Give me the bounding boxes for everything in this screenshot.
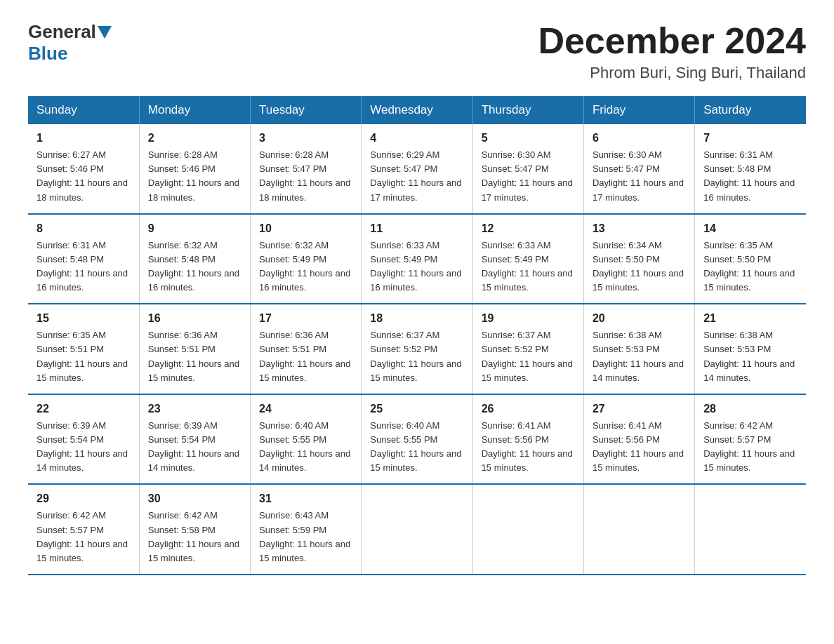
day-info: Sunrise: 6:36 AMSunset: 5:51 PMDaylight:… (148, 328, 241, 385)
calendar-cell: 17Sunrise: 6:36 AMSunset: 5:51 PMDayligh… (251, 304, 362, 394)
weekday-header-wednesday: Wednesday (362, 96, 472, 124)
day-number: 13 (593, 220, 686, 237)
day-info: Sunrise: 6:42 AMSunset: 5:57 PMDaylight:… (703, 419, 797, 476)
day-number: 29 (37, 490, 131, 507)
day-number: 27 (593, 401, 686, 417)
day-info: Sunrise: 6:38 AMSunset: 5:53 PMDaylight:… (703, 328, 797, 385)
day-info: Sunrise: 6:29 AMSunset: 5:47 PMDaylight:… (370, 148, 463, 205)
logo: General Blue (28, 21, 113, 65)
month-year-title: December 2024 (538, 21, 806, 61)
day-info: Sunrise: 6:37 AMSunset: 5:52 PMDaylight:… (482, 328, 575, 385)
calendar-cell: 14Sunrise: 6:35 AMSunset: 5:50 PMDayligh… (695, 214, 806, 304)
day-number: 30 (148, 490, 241, 507)
day-number: 2 (148, 130, 241, 147)
logo-blue-text: Blue (28, 43, 67, 65)
day-number: 4 (370, 130, 463, 147)
day-info: Sunrise: 6:27 AMSunset: 5:46 PMDaylight:… (37, 148, 131, 205)
day-number: 5 (482, 130, 575, 147)
day-info: Sunrise: 6:30 AMSunset: 5:47 PMDaylight:… (593, 148, 686, 205)
calendar-cell: 5Sunrise: 6:30 AMSunset: 5:47 PMDaylight… (472, 124, 583, 214)
day-info: Sunrise: 6:37 AMSunset: 5:52 PMDaylight:… (370, 328, 463, 385)
calendar-cell: 11Sunrise: 6:33 AMSunset: 5:49 PMDayligh… (362, 214, 472, 304)
day-info: Sunrise: 6:41 AMSunset: 5:56 PMDaylight:… (482, 419, 575, 476)
calendar-week-row: 22Sunrise: 6:39 AMSunset: 5:54 PMDayligh… (28, 394, 806, 485)
day-number: 14 (703, 220, 797, 237)
calendar-cell: 29Sunrise: 6:42 AMSunset: 5:57 PMDayligh… (28, 484, 139, 575)
calendar-week-row: 15Sunrise: 6:35 AMSunset: 5:51 PMDayligh… (28, 304, 806, 394)
calendar-cell: 31Sunrise: 6:43 AMSunset: 5:59 PMDayligh… (251, 484, 362, 575)
day-info: Sunrise: 6:35 AMSunset: 5:50 PMDaylight:… (703, 239, 797, 295)
calendar-cell: 13Sunrise: 6:34 AMSunset: 5:50 PMDayligh… (583, 214, 694, 304)
calendar-cell: 4Sunrise: 6:29 AMSunset: 5:47 PMDaylight… (362, 124, 472, 214)
day-number: 8 (37, 220, 131, 237)
calendar-cell: 21Sunrise: 6:38 AMSunset: 5:53 PMDayligh… (695, 304, 806, 394)
weekday-header-saturday: Saturday (695, 96, 806, 124)
day-info: Sunrise: 6:32 AMSunset: 5:49 PMDaylight:… (259, 239, 352, 295)
day-info: Sunrise: 6:33 AMSunset: 5:49 PMDaylight:… (482, 239, 575, 295)
calendar-cell: 8Sunrise: 6:31 AMSunset: 5:48 PMDaylight… (28, 214, 139, 304)
calendar-week-row: 29Sunrise: 6:42 AMSunset: 5:57 PMDayligh… (28, 484, 806, 575)
day-info: Sunrise: 6:39 AMSunset: 5:54 PMDaylight:… (37, 419, 131, 476)
day-info: Sunrise: 6:42 AMSunset: 5:57 PMDaylight:… (37, 509, 131, 565)
calendar-cell: 1Sunrise: 6:27 AMSunset: 5:46 PMDaylight… (28, 124, 139, 214)
day-number: 21 (703, 310, 797, 327)
day-number: 19 (482, 310, 575, 327)
day-number: 25 (370, 401, 463, 417)
day-number: 26 (482, 401, 575, 417)
calendar-week-row: 8Sunrise: 6:31 AMSunset: 5:48 PMDaylight… (28, 214, 806, 304)
calendar-cell: 18Sunrise: 6:37 AMSunset: 5:52 PMDayligh… (362, 304, 472, 394)
day-info: Sunrise: 6:31 AMSunset: 5:48 PMDaylight:… (703, 148, 797, 205)
day-info: Sunrise: 6:43 AMSunset: 5:59 PMDaylight:… (259, 509, 352, 565)
weekday-header-sunday: Sunday (28, 96, 139, 124)
calendar-cell: 28Sunrise: 6:42 AMSunset: 5:57 PMDayligh… (695, 394, 806, 485)
calendar-cell: 20Sunrise: 6:38 AMSunset: 5:53 PMDayligh… (583, 304, 694, 394)
day-number: 6 (593, 130, 686, 147)
day-number: 23 (148, 401, 241, 417)
calendar-cell: 30Sunrise: 6:42 AMSunset: 5:58 PMDayligh… (139, 484, 250, 575)
calendar-cell (362, 484, 472, 575)
day-number: 7 (703, 130, 797, 147)
day-number: 3 (259, 130, 352, 147)
calendar-cell (695, 484, 806, 575)
weekday-header-thursday: Thursday (472, 96, 583, 124)
calendar-cell: 3Sunrise: 6:28 AMSunset: 5:47 PMDaylight… (251, 124, 362, 214)
day-info: Sunrise: 6:38 AMSunset: 5:53 PMDaylight:… (593, 328, 686, 385)
day-number: 24 (259, 401, 352, 417)
calendar-cell: 6Sunrise: 6:30 AMSunset: 5:47 PMDaylight… (583, 124, 694, 214)
day-info: Sunrise: 6:31 AMSunset: 5:48 PMDaylight:… (37, 239, 131, 295)
day-number: 10 (259, 220, 352, 237)
day-number: 16 (148, 310, 241, 327)
calendar-cell (583, 484, 694, 575)
calendar-cell: 22Sunrise: 6:39 AMSunset: 5:54 PMDayligh… (28, 394, 139, 485)
day-number: 20 (593, 310, 686, 327)
day-number: 22 (37, 401, 131, 417)
logo-general-text: General (28, 21, 96, 43)
calendar-cell: 10Sunrise: 6:32 AMSunset: 5:49 PMDayligh… (251, 214, 362, 304)
location-subtitle: Phrom Buri, Sing Buri, Thailand (538, 64, 806, 82)
day-info: Sunrise: 6:35 AMSunset: 5:51 PMDaylight:… (37, 328, 131, 385)
day-number: 11 (370, 220, 463, 237)
calendar-cell: 24Sunrise: 6:40 AMSunset: 5:55 PMDayligh… (251, 394, 362, 485)
day-info: Sunrise: 6:40 AMSunset: 5:55 PMDaylight:… (370, 419, 463, 476)
calendar-cell: 9Sunrise: 6:32 AMSunset: 5:48 PMDaylight… (139, 214, 250, 304)
weekday-header-monday: Monday (139, 96, 250, 124)
day-info: Sunrise: 6:42 AMSunset: 5:58 PMDaylight:… (148, 509, 241, 565)
calendar-cell: 19Sunrise: 6:37 AMSunset: 5:52 PMDayligh… (472, 304, 583, 394)
title-area: December 2024 Phrom Buri, Sing Buri, Tha… (538, 21, 806, 82)
day-number: 31 (259, 490, 352, 507)
day-number: 17 (259, 310, 352, 327)
calendar-table: SundayMondayTuesdayWednesdayThursdayFrid… (28, 96, 806, 575)
calendar-cell: 27Sunrise: 6:41 AMSunset: 5:56 PMDayligh… (583, 394, 694, 485)
day-info: Sunrise: 6:32 AMSunset: 5:48 PMDaylight:… (148, 239, 241, 295)
calendar-cell: 2Sunrise: 6:28 AMSunset: 5:46 PMDaylight… (139, 124, 250, 214)
day-number: 28 (703, 401, 797, 417)
weekday-header-row: SundayMondayTuesdayWednesdayThursdayFrid… (28, 96, 806, 124)
weekday-header-friday: Friday (583, 96, 694, 124)
calendar-cell: 15Sunrise: 6:35 AMSunset: 5:51 PMDayligh… (28, 304, 139, 394)
calendar-cell: 23Sunrise: 6:39 AMSunset: 5:54 PMDayligh… (139, 394, 250, 485)
day-info: Sunrise: 6:40 AMSunset: 5:55 PMDaylight:… (259, 419, 352, 476)
calendar-week-row: 1Sunrise: 6:27 AMSunset: 5:46 PMDaylight… (28, 124, 806, 214)
logo-triangle-icon (98, 26, 112, 39)
day-info: Sunrise: 6:28 AMSunset: 5:47 PMDaylight:… (259, 148, 352, 205)
calendar-cell: 7Sunrise: 6:31 AMSunset: 5:48 PMDaylight… (695, 124, 806, 214)
